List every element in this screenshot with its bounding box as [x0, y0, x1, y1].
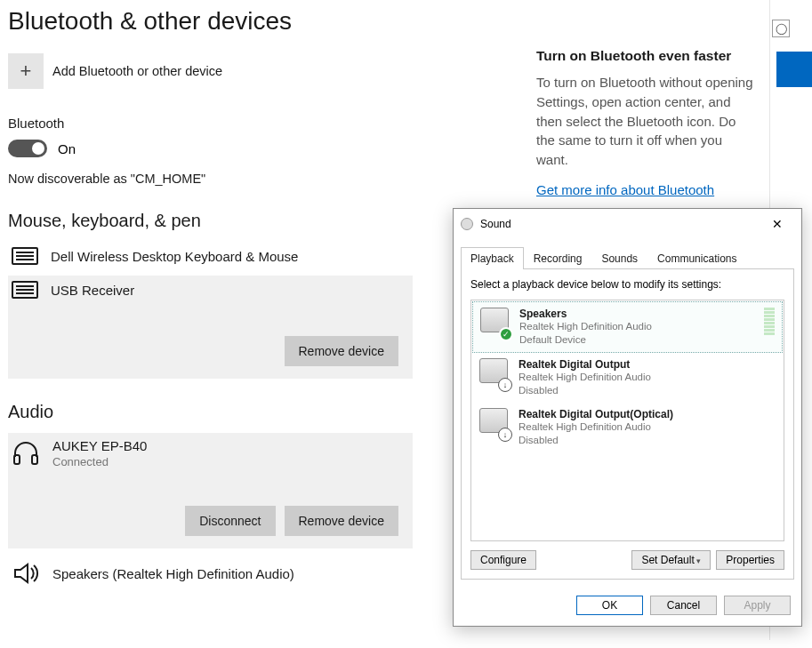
- playback-item-digital[interactable]: ↓ Realtek Digital Output Realtek High De…: [472, 353, 783, 403]
- apply-button[interactable]: Apply: [724, 596, 791, 615]
- help-heading: Turn on Bluetooth even faster: [536, 48, 754, 64]
- device-name: USB Receiver: [51, 283, 134, 298]
- app-accent-button[interactable]: [776, 52, 812, 87]
- device-status: Disabled: [519, 384, 651, 397]
- tab-recording[interactable]: Recording: [524, 247, 592, 269]
- sound-dialog: Sound ✕ Playback Recording Sounds Commun…: [453, 208, 802, 627]
- device-name: Speakers: [519, 308, 652, 320]
- device-status: Default Device: [519, 333, 652, 347]
- device-icon: ✓: [480, 308, 511, 338]
- properties-button[interactable]: Properties: [716, 550, 784, 570]
- tab-playback[interactable]: Playback: [461, 247, 524, 269]
- dialog-titlebar[interactable]: Sound ✕: [454, 209, 801, 239]
- keyboard-icon: [12, 247, 38, 265]
- tab-sounds[interactable]: Sounds: [591, 247, 647, 269]
- device-driver: Realtek High Definition Audio: [519, 371, 651, 384]
- bluetooth-toggle[interactable]: [8, 140, 47, 157]
- device-item-speakers[interactable]: Speakers (Realtek High Definition Audio): [8, 554, 413, 593]
- device-status: Disabled: [519, 434, 673, 447]
- device-status: Connected: [52, 455, 147, 468]
- tab-communications[interactable]: Communications: [647, 247, 746, 269]
- close-icon[interactable]: ✕: [760, 214, 794, 234]
- remove-device-button[interactable]: Remove device: [285, 506, 399, 536]
- playback-item-speakers[interactable]: ✓ Speakers Realtek High Definition Audio…: [472, 301, 783, 353]
- configure-button[interactable]: Configure: [470, 550, 536, 570]
- remove-device-button[interactable]: Remove device: [285, 336, 399, 366]
- sound-icon: [461, 218, 473, 230]
- device-name: Dell Wireless Desktop Keyboard & Mouse: [51, 249, 298, 264]
- disconnect-button[interactable]: Disconnect: [185, 506, 275, 536]
- svg-rect-0: [14, 455, 20, 464]
- playback-item-digital-optical[interactable]: ↓ Realtek Digital Output(Optical) Realte…: [472, 403, 783, 452]
- device-icon: ↓: [479, 408, 510, 438]
- cancel-button[interactable]: Cancel: [650, 596, 717, 615]
- device-driver: Realtek High Definition Audio: [519, 420, 673, 434]
- device-name: Realtek Digital Output(Optical): [519, 408, 673, 420]
- help-link[interactable]: Get more info about Bluetooth: [536, 182, 714, 197]
- plus-icon[interactable]: +: [8, 53, 44, 89]
- svg-rect-1: [32, 455, 37, 464]
- help-body: To turn on Bluetooth without opening Set…: [536, 73, 754, 170]
- playback-pane: Select a playback device below to modify…: [461, 269, 794, 580]
- device-item-keyboard[interactable]: Dell Wireless Desktop Keyboard & Mouse: [8, 242, 413, 270]
- set-default-button[interactable]: Set Default: [631, 550, 711, 570]
- keyboard-icon: [12, 281, 38, 299]
- help-panel: Turn on Bluetooth even faster To turn on…: [536, 48, 754, 198]
- page-title: Bluetooth & other devices: [8, 7, 764, 36]
- device-item-headset[interactable]: AUKEY EP-B40 Connected Disconnect Remove…: [8, 433, 413, 548]
- device-item-usb-receiver[interactable]: USB Receiver Remove device: [8, 276, 413, 379]
- ok-button[interactable]: OK: [576, 596, 643, 615]
- dialog-title: Sound: [480, 218, 760, 230]
- instruction-text: Select a playback device below to modify…: [470, 278, 784, 291]
- search-glyph-box[interactable]: ◯: [772, 20, 790, 37]
- add-device-label: Add Bluetooth or other device: [52, 64, 222, 78]
- headset-icon: [12, 439, 40, 468]
- speaker-icon: [12, 559, 40, 588]
- device-name: Speakers (Realtek High Definition Audio): [52, 566, 294, 581]
- tab-strip: Playback Recording Sounds Communications: [461, 246, 794, 269]
- device-icon: ↓: [479, 358, 510, 388]
- playback-device-list[interactable]: ✓ Speakers Realtek High Definition Audio…: [470, 300, 784, 541]
- device-name: AUKEY EP-B40: [52, 438, 147, 453]
- device-driver: Realtek High Definition Audio: [519, 320, 652, 333]
- bluetooth-toggle-state: On: [58, 141, 76, 156]
- level-meter-icon: [764, 308, 775, 335]
- device-name: Realtek Digital Output: [519, 358, 651, 371]
